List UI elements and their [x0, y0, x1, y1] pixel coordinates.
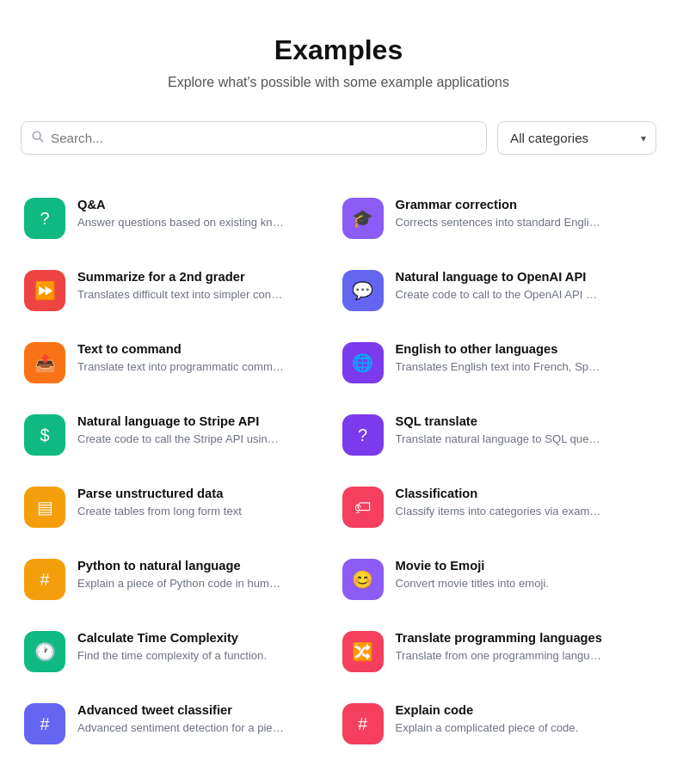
example-item-text-to-command[interactable]: 📤 Text to command Translate text into pr…: [21, 327, 339, 399]
example-item-summarize-2nd-grader[interactable]: ⏩ Summarize for a 2nd grader Translates …: [21, 254, 339, 327]
example-title-calculate-time-complexity: Calculate Time Complexity: [77, 631, 267, 645]
example-icon-translate-programming-languages: 🔀: [342, 631, 384, 672]
examples-grid: ? Q&A Answer questions based on existing…: [21, 182, 656, 760]
example-item-python-to-natural-language[interactable]: # Python to natural language Explain a p…: [21, 543, 339, 616]
example-item-natural-language-stripe[interactable]: $ Natural language to Stripe API Create …: [21, 399, 339, 471]
example-title-explain-code: Explain code: [396, 703, 579, 717]
example-title-natural-language-openai: Natural language to OpenAI API: [396, 270, 602, 284]
example-desc-calculate-time-complexity: Find the time complexity of a function.: [77, 648, 267, 664]
example-item-parse-unstructured-data[interactable]: ▤ Parse unstructured data Create tables …: [21, 471, 339, 543]
search-input[interactable]: [51, 122, 476, 154]
example-desc-python-to-natural-language: Explain a piece of Python code in human …: [77, 576, 284, 591]
example-item-classification[interactable]: 🏷 Classification Classify items into cat…: [339, 471, 657, 543]
example-desc-text-to-command: Translate text into programmatic command…: [77, 359, 284, 375]
example-title-parse-unstructured-data: Parse unstructured data: [77, 487, 242, 500]
category-select-wrapper: All categories Translate Code Data Class…: [497, 121, 656, 155]
example-item-translate-programming-languages[interactable]: 🔀 Translate programming languages Transl…: [339, 616, 657, 688]
example-desc-classification: Classify items into categories via examp…: [396, 504, 602, 519]
example-item-qa[interactable]: ? Q&A Answer questions based on existing…: [21, 182, 339, 254]
example-item-calculate-time-complexity[interactable]: 🕐 Calculate Time Complexity Find the tim…: [21, 616, 339, 688]
example-item-sql-translate[interactable]: ? SQL translate Translate natural langua…: [339, 399, 657, 471]
example-item-movie-to-emoji[interactable]: 😊 Movie to Emoji Convert movie titles in…: [339, 543, 657, 616]
example-desc-qa: Answer questions based on existing knowl…: [77, 215, 284, 230]
example-icon-text-to-command: 📤: [24, 342, 65, 383]
example-title-movie-to-emoji: Movie to Emoji: [396, 559, 550, 573]
example-icon-classification: 🏷: [342, 487, 384, 528]
example-icon-summarize-2nd-grader: ⏩: [24, 270, 65, 311]
example-title-english-to-other-languages: English to other languages: [396, 342, 602, 356]
example-icon-python-to-natural-language: #: [24, 559, 65, 600]
example-icon-natural-language-stripe: $: [24, 414, 65, 456]
page-title: Examples: [21, 34, 656, 66]
page-subtitle: Explore what's possible with some exampl…: [21, 75, 656, 90]
example-icon-parse-unstructured-data: ▤: [24, 487, 65, 528]
example-icon-explain-code: #: [342, 703, 384, 744]
category-select[interactable]: All categories Translate Code Data Class…: [497, 121, 656, 155]
example-title-grammar-correction: Grammar correction: [396, 198, 602, 211]
example-desc-grammar-correction: Corrects sentences into standard English…: [396, 215, 602, 230]
example-icon-qa: ?: [24, 198, 65, 239]
example-icon-natural-language-openai: 💬: [342, 270, 384, 311]
example-icon-calculate-time-complexity: 🕐: [24, 631, 65, 672]
example-desc-explain-code: Explain a complicated piece of code.: [396, 720, 579, 736]
example-icon-english-to-other-languages: 🌐: [342, 342, 384, 383]
search-wrapper: [21, 121, 487, 155]
example-desc-english-to-other-languages: Translates English text into French, Spa…: [396, 359, 602, 375]
search-icon: [32, 131, 44, 145]
example-title-sql-translate: SQL translate: [396, 414, 602, 428]
example-icon-sql-translate: ?: [342, 414, 384, 456]
example-item-english-to-other-languages[interactable]: 🌐 English to other languages Translates …: [339, 327, 657, 399]
example-desc-parse-unstructured-data: Create tables from long form text: [77, 504, 242, 519]
example-desc-natural-language-stripe: Create code to call the Stripe API using…: [77, 432, 284, 447]
example-title-translate-programming-languages: Translate programming languages: [396, 631, 602, 645]
example-title-natural-language-stripe: Natural language to Stripe API: [77, 414, 284, 428]
example-icon-advanced-tweet-classifier: #: [24, 703, 65, 744]
example-desc-summarize-2nd-grader: Translates difficult text into simpler c…: [77, 287, 284, 303]
example-desc-advanced-tweet-classifier: Advanced sentiment detection for a piece…: [77, 720, 284, 736]
example-title-text-to-command: Text to command: [77, 342, 284, 356]
example-item-grammar-correction[interactable]: 🎓 Grammar correction Corrects sentences …: [339, 182, 657, 254]
example-item-advanced-tweet-classifier[interactable]: # Advanced tweet classifier Advanced sen…: [21, 688, 339, 760]
search-filter-row: All categories Translate Code Data Class…: [21, 121, 656, 155]
example-desc-translate-programming-languages: Translate from one programming language …: [396, 648, 602, 664]
example-title-classification: Classification: [396, 487, 602, 500]
example-desc-sql-translate: Translate natural language to SQL querie…: [396, 432, 602, 447]
example-desc-movie-to-emoji: Convert movie titles into emoji.: [396, 576, 550, 591]
example-title-advanced-tweet-classifier: Advanced tweet classifier: [77, 703, 284, 717]
example-item-explain-code[interactable]: # Explain code Explain a complicated pie…: [339, 688, 657, 760]
example-title-summarize-2nd-grader: Summarize for a 2nd grader: [77, 270, 284, 284]
example-icon-grammar-correction: 🎓: [342, 198, 384, 239]
example-title-python-to-natural-language: Python to natural language: [77, 559, 284, 573]
example-icon-movie-to-emoji: 😊: [342, 559, 384, 600]
example-desc-natural-language-openai: Create code to call to the OpenAI API us…: [396, 287, 602, 303]
example-title-qa: Q&A: [77, 198, 284, 211]
svg-line-1: [40, 138, 43, 142]
example-item-natural-language-openai[interactable]: 💬 Natural language to OpenAI API Create …: [339, 254, 657, 327]
